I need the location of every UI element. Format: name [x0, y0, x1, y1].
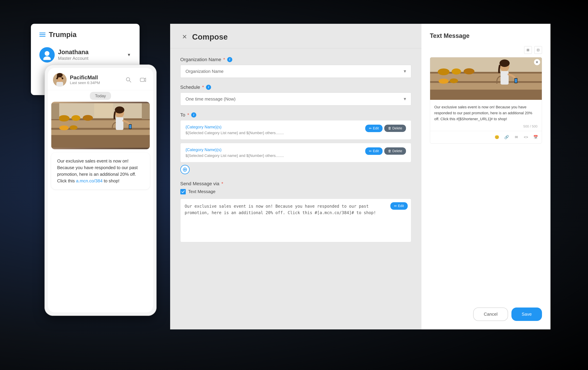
organization-select-wrapper: Organization Name ▼: [180, 65, 411, 78]
required-indicator: *: [223, 57, 225, 62]
user-name: Jonathana: [58, 49, 124, 56]
compose-panel: ✕ Compose Organization Name * i Organiza…: [170, 24, 421, 329]
mobile-header: PacificMall Last seen 6:34PM: [48, 68, 153, 90]
category-name: {Category Name}(s): [186, 125, 365, 129]
category-delete-button[interactable]: 🗑 Delete: [384, 147, 406, 155]
cancel-button[interactable]: Cancel: [473, 307, 508, 321]
svg-point-0: [45, 51, 49, 56]
svg-point-38: [463, 68, 474, 74]
preview-image: ✕: [430, 57, 542, 100]
user-details: Jonathana Master Account: [58, 49, 124, 61]
svg-point-20: [83, 115, 93, 121]
message-text: Our exclusive sales event is now on! Bec…: [57, 158, 144, 184]
organization-select[interactable]: Organization Name: [180, 65, 411, 78]
message-link[interactable]: a.mcn.co/384: [76, 178, 103, 183]
preview-tag-btn[interactable]: <>: [523, 134, 530, 141]
save-button[interactable]: Save: [511, 307, 542, 321]
preview-message-text: Our exclusive sales event is now on! Bec…: [430, 100, 542, 125]
mobile-contact-status: Last seen 6:34PM: [70, 81, 124, 85]
text-message-checkbox-group: Text Message: [180, 189, 411, 194]
to-info-icon[interactable]: i: [191, 112, 196, 117]
preview-calendar-btn[interactable]: 📅: [532, 134, 539, 141]
svg-point-39: [438, 79, 449, 84]
preview-char-count: 500 / 500: [430, 125, 542, 131]
organization-info-icon[interactable]: i: [227, 57, 232, 62]
send-via-required: *: [221, 181, 223, 186]
preview-fullscreen-btn[interactable]: ⊡: [534, 46, 542, 54]
mobile-video-btn[interactable]: [138, 75, 148, 85]
svg-rect-30: [142, 103, 150, 119]
mobile-search-btn[interactable]: [124, 75, 134, 85]
right-panel: Text Message ⊞ ⊡: [421, 24, 550, 329]
compose-header: ✕ Compose: [170, 24, 421, 48]
to-label: To * i: [180, 112, 411, 118]
category-item: {Category Name}(s) ${Selected Category L…: [180, 120, 411, 140]
preview-email-btn[interactable]: ✉: [513, 134, 520, 141]
svg-rect-25: [116, 117, 123, 130]
category-delete-button[interactable]: 🗑 Delete: [384, 125, 406, 132]
svg-rect-43: [500, 71, 509, 85]
svg-rect-12: [140, 78, 144, 82]
svg-point-8: [56, 78, 58, 79]
category-item: {Category Name}(s) ${Selected Category L…: [180, 143, 411, 162]
category-detail: ${Selected Category List name} and ${Num…: [186, 154, 365, 158]
preview-link-btn[interactable]: 🔗: [503, 134, 510, 141]
send-via-form-group: Send Message via * Text Message ✏ Edit: [180, 181, 411, 242]
mobile-contact-name: PacificMall: [70, 74, 124, 81]
svg-point-36: [438, 68, 450, 75]
hamburger-menu-icon[interactable]: [39, 32, 45, 37]
schedule-select[interactable]: One time message (Now): [180, 93, 411, 106]
schedule-info-icon[interactable]: i: [206, 85, 211, 90]
organization-label: Organization Name * i: [180, 57, 411, 62]
svg-point-22: [69, 125, 77, 130]
mobile-header-icons: [124, 75, 148, 85]
send-via-label: Send Message via *: [180, 181, 411, 186]
compose-body: Organization Name * i Organization Name …: [170, 48, 421, 257]
category-item-content: {Category Name}(s) ${Selected Category L…: [186, 147, 365, 158]
to-form-group: To * i {Category Name}(s) ${Selected Cat…: [180, 112, 411, 174]
add-more-button[interactable]: ⊕: [180, 165, 190, 174]
preview-emoji-btn[interactable]: 😊: [494, 134, 501, 141]
category-edit-button[interactable]: ✏ Edit: [365, 125, 382, 132]
message-bubble: Our exclusive sales event is now on! Bec…: [51, 153, 150, 189]
svg-point-18: [58, 115, 69, 121]
svg-line-11: [129, 81, 131, 82]
svg-point-9: [62, 78, 63, 79]
mobile-contact-info: PacificMall Last seen 6:34PM: [70, 74, 124, 85]
svg-rect-45: [515, 79, 517, 83]
to-required: *: [187, 112, 189, 118]
organization-form-group: Organization Name * i Organization Name …: [180, 57, 411, 78]
category-actions: ✏ Edit 🗑 Delete: [365, 125, 406, 132]
left-panel: Trumpia Jonathana Master Account ▼: [31, 24, 170, 346]
svg-point-1: [43, 56, 51, 60]
text-message-checkbox[interactable]: [180, 189, 186, 194]
svg-point-42: [499, 59, 510, 67]
avatar: [39, 47, 55, 63]
message-image-container: [48, 102, 153, 149]
schedule-select-wrapper: One time message (Now) ▼: [180, 93, 411, 106]
svg-rect-7: [56, 82, 63, 87]
svg-rect-29: [51, 103, 59, 119]
svg-rect-46: [430, 89, 542, 100]
app-title: Trumpia: [49, 31, 77, 39]
svg-rect-31: [94, 103, 113, 117]
compose-close-button[interactable]: ✕: [180, 32, 189, 41]
preview-toolbar: ⊞ ⊡: [430, 46, 542, 54]
today-badge: Today: [48, 90, 153, 102]
svg-point-40: [450, 78, 458, 83]
schedule-required: *: [202, 85, 204, 90]
message-edit-button[interactable]: ✏ Edit: [390, 202, 408, 210]
user-dropdown-arrow[interactable]: ▼: [127, 53, 131, 57]
preview-actions-toolbar: 😊 🔗 ✉ <> 📅: [430, 131, 542, 143]
preview-image-close-button[interactable]: ✕: [534, 59, 540, 65]
category-edit-button[interactable]: ✏ Edit: [365, 147, 382, 155]
preview-grid-btn[interactable]: ⊞: [524, 46, 532, 54]
message-textarea-wrapper: ✏ Edit Our exclusive sales event is now …: [180, 199, 411, 242]
to-items-container: {Category Name}(s) ${Selected Category L…: [180, 120, 411, 162]
category-item-content: {Category Name}(s) ${Selected Category L…: [186, 125, 365, 135]
category-name: {Category Name}(s): [186, 147, 365, 152]
svg-point-19: [71, 115, 80, 121]
bottom-actions: Cancel Save: [473, 307, 542, 321]
svg-marker-13: [144, 78, 146, 82]
message-textarea[interactable]: Our exclusive sales event is now on! Bec…: [185, 203, 407, 237]
